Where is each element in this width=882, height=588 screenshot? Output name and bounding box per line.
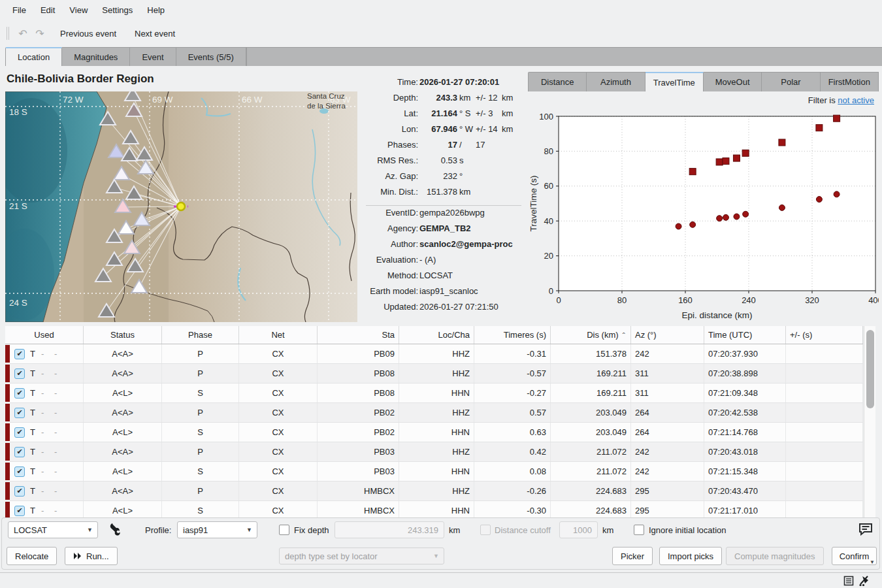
- plot-tab-distance[interactable]: Distance: [528, 72, 587, 91]
- s-pick-point[interactable]: [816, 125, 823, 131]
- menu-item-settings[interactable]: Settings: [95, 3, 140, 18]
- table-row[interactable]: ✔T- -A<L>SCXPB03HHN0.08211.07224207:21:1…: [5, 462, 863, 482]
- column-header-az-: Az (°): [635, 330, 657, 340]
- menu-item-edit[interactable]: Edit: [33, 3, 62, 18]
- table-header-cell[interactable]: Dis (km)⌃: [551, 326, 631, 344]
- used-checkbox[interactable]: ✔: [14, 368, 25, 379]
- relocate-button[interactable]: Relocate: [7, 547, 57, 565]
- s-pick-point[interactable]: [733, 155, 740, 161]
- s-pick-point[interactable]: [834, 115, 840, 122]
- used-checkbox[interactable]: ✔: [14, 408, 25, 418]
- cell-res: 0.63: [474, 423, 551, 442]
- table-header-cell[interactable]: Status: [84, 326, 162, 344]
- table-row[interactable]: ✔T- -A<A>PCXPB03HHZ0.42211.07224207:20:4…: [5, 442, 863, 462]
- picker-button[interactable]: Picker: [612, 547, 653, 565]
- menu-item-file[interactable]: File: [5, 3, 33, 18]
- map-canvas[interactable]: 72 W69 W66 W63 W18 S21 S24 SSanta Cruzde…: [5, 91, 357, 322]
- previous-event-button[interactable]: Previous event: [54, 25, 123, 42]
- p-pick-point[interactable]: [723, 214, 728, 220]
- used-checkbox[interactable]: ✔: [14, 466, 25, 477]
- cell-cha: HHN: [399, 423, 474, 442]
- s-pick-point[interactable]: [689, 169, 696, 175]
- table-header-cell[interactable]: Time (UTC): [704, 326, 786, 344]
- table-row[interactable]: ✔T- -A<A>PCXPB09HHZ-0.31151.37824207:20:…: [5, 344, 863, 364]
- table-header-cell[interactable]: Timeres (s): [474, 326, 551, 344]
- used-checkbox[interactable]: ✔: [14, 447, 25, 457]
- cell-net: CX: [239, 344, 318, 363]
- p-pick-point[interactable]: [734, 214, 740, 220]
- event-row: Method:LOCSAT: [363, 270, 525, 286]
- used-checkbox[interactable]: ✔: [14, 486, 25, 497]
- table-header-cell[interactable]: Sta: [318, 326, 399, 344]
- used-extra-flags: - -: [41, 427, 61, 437]
- column-header-sta: Sta: [382, 330, 395, 340]
- used-checkbox[interactable]: ✔: [14, 349, 25, 359]
- p-pick-point[interactable]: [743, 211, 749, 217]
- traveltime-plot[interactable]: 080160240320400020406080100Epi. distance…: [528, 110, 879, 325]
- profile-select[interactable]: iasp91 ▼: [177, 521, 257, 538]
- p-pick-point[interactable]: [690, 221, 696, 227]
- s-pick-point[interactable]: [716, 159, 723, 165]
- filter-toggle-link[interactable]: not active: [838, 95, 874, 105]
- table-header-cell[interactable]: Net: [239, 326, 318, 344]
- plot-tab-azimuth[interactable]: Azimuth: [587, 72, 645, 91]
- table-header-cell[interactable]: Used: [5, 326, 84, 344]
- table-row[interactable]: ✔T- -A<L>SCXHMBCXHHN-0.30224.68329507:21…: [5, 501, 863, 519]
- table-row[interactable]: ✔T- -A<A>PCXHMBCXHHZ-0.26224.68329507:20…: [5, 482, 863, 501]
- log-console-icon[interactable]: [843, 576, 854, 586]
- scrollbar-thumb[interactable]: [866, 330, 874, 408]
- map-city-label: Santa Cruz: [307, 92, 345, 100]
- cell-sta: PB09: [318, 344, 399, 363]
- s-pick-point[interactable]: [742, 150, 749, 156]
- menu-item-help[interactable]: Help: [140, 3, 172, 18]
- cell-cha: HHZ: [399, 442, 474, 461]
- comment-icon[interactable]: [858, 523, 873, 536]
- run-button[interactable]: Run...: [65, 547, 118, 565]
- table-header-cell[interactable]: Az (°): [631, 326, 704, 344]
- used-checkbox[interactable]: ✔: [14, 427, 25, 438]
- epicenter-marker[interactable]: [177, 203, 185, 210]
- locator-settings-wrench-icon[interactable]: [108, 522, 122, 536]
- menu-item-view[interactable]: View: [62, 3, 95, 18]
- table-row[interactable]: ✔T- -A<A>PCXPB08HHZ-0.57169.21131107:20:…: [5, 364, 863, 384]
- event-row: EventID:gempa2026bwpg: [363, 208, 525, 223]
- plot-tab-traveltime[interactable]: TravelTime: [645, 72, 704, 91]
- fix-depth-input: 243.319: [335, 521, 444, 538]
- used-checkbox[interactable]: ✔: [14, 506, 25, 516]
- plot-tab-firstmotion[interactable]: FirstMotion: [821, 72, 879, 91]
- fix-depth-checkbox[interactable]: [279, 525, 289, 535]
- tab-events-5-5-[interactable]: Events (5/5): [176, 47, 246, 66]
- table-row[interactable]: ✔T- -A<L>SCXPB02HHN0.63203.04926407:21:1…: [5, 423, 863, 442]
- toolbar-handle[interactable]: [7, 27, 9, 40]
- ignore-initial-location-checkbox[interactable]: [634, 525, 644, 535]
- messaging-status-icon[interactable]: [858, 575, 870, 587]
- locator-select[interactable]: LOCSAT ▼: [8, 521, 98, 538]
- plot-tab-moveout[interactable]: MoveOut: [704, 72, 762, 91]
- table-header-cell[interactable]: +/- (s): [786, 326, 863, 344]
- column-header-dis-km-: Dis (km): [587, 330, 618, 340]
- import-picks-button[interactable]: Import picks: [659, 547, 722, 565]
- plot-tab-polar[interactable]: Polar: [762, 72, 820, 91]
- p-pick-point[interactable]: [779, 204, 785, 210]
- tab-location[interactable]: Location: [5, 47, 62, 66]
- next-event-button[interactable]: Next event: [128, 25, 182, 42]
- tab-magnitudes[interactable]: Magnitudes: [62, 47, 130, 66]
- undo-icon: ↶: [14, 27, 31, 40]
- table-header-cell[interactable]: Loc/Cha: [399, 326, 474, 344]
- tab-event[interactable]: Event: [130, 47, 176, 66]
- table-header-cell[interactable]: Phase: [162, 326, 239, 344]
- event-label: Updated:: [363, 302, 418, 312]
- table-row[interactable]: ✔T- -A<A>PCXPB02HHZ0.57203.04926407:20:4…: [5, 403, 863, 423]
- cell-net: CX: [239, 501, 318, 519]
- table-row[interactable]: ✔T- -A<L>SCXPB08HHN-0.27169.21131107:21:…: [5, 384, 863, 403]
- confirm-button[interactable]: Confirm ▼: [832, 547, 877, 565]
- s-pick-point[interactable]: [779, 139, 785, 146]
- table-scrollbar[interactable]: [864, 326, 875, 519]
- p-pick-point[interactable]: [834, 191, 840, 197]
- origin-label: Time:: [363, 77, 418, 87]
- used-checkbox[interactable]: ✔: [14, 388, 25, 399]
- p-pick-point[interactable]: [717, 216, 723, 221]
- s-pick-point[interactable]: [723, 158, 729, 165]
- p-pick-point[interactable]: [816, 197, 822, 203]
- p-pick-point[interactable]: [676, 223, 681, 229]
